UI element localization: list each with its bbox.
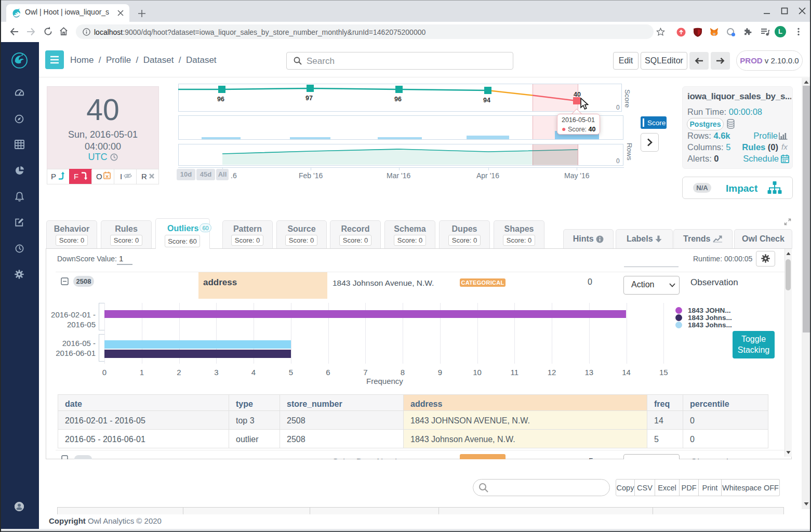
svg-text:97: 97 [305, 95, 313, 102]
svg-text:40: 40 [574, 91, 581, 98]
svg-text:94: 94 [483, 97, 490, 104]
svg-text:96: 96 [217, 96, 224, 103]
svg-text:96: 96 [394, 96, 402, 103]
